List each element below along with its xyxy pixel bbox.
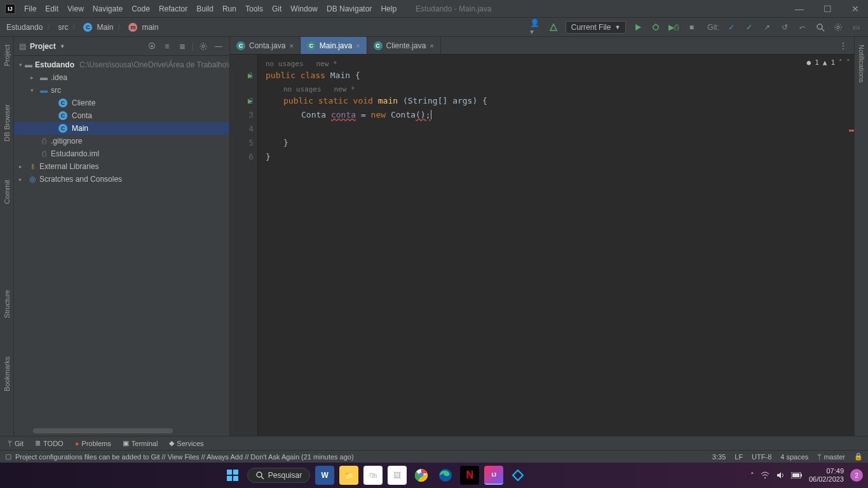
tray-wifi-icon[interactable] (761, 471, 770, 480)
crumb-src[interactable]: src (58, 23, 68, 32)
lock-icon[interactable]: 🔒 (854, 452, 863, 461)
menu-refactor[interactable]: Refactor (159, 4, 187, 13)
git-rollback-icon[interactable]: ⤺ (797, 22, 808, 33)
git-update-icon[interactable]: ✓ (726, 22, 737, 33)
menu-navigate[interactable]: Navigate (93, 4, 123, 13)
tree-iml[interactable]: ⎙ Estudando.iml (14, 147, 229, 160)
tray-volume-icon[interactable] (776, 471, 785, 480)
build-icon[interactable] (548, 22, 559, 33)
tray-notifications[interactable]: 2 (850, 469, 863, 482)
tab-main[interactable]: C Main.java × (301, 37, 367, 54)
git-branch[interactable]: ᛘ master (817, 453, 845, 461)
usage-hint[interactable]: no usages (266, 60, 304, 68)
git-history-icon[interactable]: ↺ (779, 22, 790, 33)
run-gutter-icon[interactable]: ▶ (248, 69, 253, 83)
bottom-todo[interactable]: ≣TODO (35, 439, 64, 447)
cwm-icon[interactable]: 👤▾ (530, 22, 541, 33)
bottom-services[interactable]: ◆Services (169, 439, 203, 447)
menu-dbnav[interactable]: DB Navigator (327, 4, 372, 13)
tab-cliente[interactable]: C Cliente.java × (367, 37, 441, 54)
close-icon[interactable]: × (430, 42, 433, 50)
project-hscrollbar[interactable] (33, 428, 173, 433)
tab-conta[interactable]: C Conta.java × (230, 37, 301, 54)
taskbar-netflix[interactable]: N (460, 466, 479, 485)
tree-file-cliente[interactable]: C Cliente (14, 97, 229, 109)
tree-file-main[interactable]: C Main (14, 122, 229, 135)
tool-structure[interactable]: Structure (3, 290, 11, 318)
crumb-project[interactable]: Estudando (6, 23, 43, 32)
crumb-class[interactable]: Main (97, 23, 113, 32)
taskbar-search[interactable]: Pesquisar (247, 468, 310, 483)
tree-idea[interactable]: ▸ ▬ .idea (14, 71, 229, 84)
menu-window[interactable]: Window (290, 4, 318, 13)
tree-ext-lib[interactable]: ▸ ⫴ External Libraries (14, 160, 229, 173)
tool-commit[interactable]: Commit (3, 180, 11, 204)
git-commit-icon[interactable]: ✓ (743, 22, 755, 33)
more-icon[interactable]: ⋮ (837, 40, 849, 51)
caret-position[interactable]: 3:35 (712, 453, 726, 461)
tool-db-browser[interactable]: DB Browser (3, 104, 11, 142)
close-icon[interactable]: × (356, 42, 360, 50)
taskbar-edge[interactable] (436, 466, 455, 485)
menu-git[interactable]: Git (272, 4, 281, 13)
run-gutter-icon[interactable]: ▶ (248, 94, 253, 108)
gear-icon[interactable] (198, 41, 209, 52)
bottom-problems[interactable]: ●Problems (75, 440, 111, 447)
line-gutter[interactable]: ▶1 ▶2 3 4 5 6 (230, 55, 258, 436)
locate-icon[interactable]: ⦿ (146, 41, 158, 52)
taskbar-word[interactable]: W (315, 466, 334, 485)
taskbar-chrome[interactable] (412, 466, 431, 485)
close-icon[interactable]: × (289, 42, 293, 50)
settings-icon[interactable] (832, 22, 844, 33)
tree-src[interactable]: ▾ ▬ src (14, 84, 229, 97)
menu-run[interactable]: Run (222, 4, 236, 13)
learn-icon[interactable]: ▭ (850, 22, 862, 33)
search-icon[interactable] (815, 22, 826, 33)
debug-button[interactable] (650, 22, 661, 33)
line-ending[interactable]: LF (735, 453, 743, 461)
stop-button[interactable]: ■ (686, 22, 697, 33)
tray-clock[interactable]: 07:49 06/02/2023 (809, 467, 844, 484)
menu-view[interactable]: View (67, 4, 84, 13)
tray-battery-icon[interactable] (791, 472, 803, 478)
tool-notifications[interactable]: Notifications (858, 44, 865, 83)
status-message[interactable]: Project configurations files can be adde… (15, 453, 354, 461)
taskbar-store[interactable]: 🛍 (363, 466, 383, 485)
status-message-icon[interactable]: ▢ (5, 452, 11, 461)
minimize-button[interactable]: — (792, 4, 807, 14)
editor-body[interactable]: ●1 ▲1 ˄ ˅ ▶1 ▶2 3 4 5 6 no usages (230, 55, 854, 436)
usage-hint[interactable]: no usages (283, 85, 322, 93)
start-button[interactable] (223, 466, 242, 485)
tool-project[interactable]: Project (3, 44, 11, 66)
menu-file[interactable]: File (24, 4, 36, 13)
taskbar-jetbrains[interactable] (508, 466, 527, 485)
tree-root[interactable]: ▾ ▬ Estudando C:\Users\sousa\OneDrive\Ár… (14, 58, 229, 71)
crumb-method[interactable]: main (142, 23, 158, 32)
tree-file-conta[interactable]: C Conta (14, 109, 229, 122)
menu-edit[interactable]: Edit (45, 4, 58, 13)
git-push-icon[interactable]: ↗ (761, 22, 773, 33)
new-hint[interactable]: new * (334, 85, 355, 93)
menu-tools[interactable]: Tools (245, 4, 263, 13)
close-button[interactable]: ✕ (848, 4, 863, 14)
bottom-terminal[interactable]: ▣Terminal (123, 439, 158, 447)
bottom-git[interactable]: ᛘGit (8, 440, 24, 447)
collapse-icon[interactable]: ≣ (177, 41, 188, 52)
menu-build[interactable]: Build (196, 4, 214, 13)
file-encoding[interactable]: UTF-8 (752, 453, 771, 461)
expand-icon[interactable]: ≡ (161, 41, 173, 52)
hide-icon[interactable]: — (213, 41, 224, 52)
tree-gitignore[interactable]: ⎙ .gitignore (14, 135, 229, 147)
taskbar-intellij[interactable]: IJ (484, 466, 503, 485)
tool-bookmarks[interactable]: Bookmarks (3, 356, 11, 391)
tray-chevron[interactable]: ˄ (750, 471, 754, 480)
menu-code[interactable]: Code (132, 4, 150, 13)
maximize-button[interactable]: ☐ (820, 4, 835, 14)
taskbar-photos[interactable]: 🖼 (388, 466, 407, 485)
new-hint[interactable]: new * (316, 60, 337, 68)
run-button[interactable] (632, 22, 644, 33)
chevron-down-icon[interactable]: ▼ (60, 43, 65, 50)
run-config-selector[interactable]: Current File ▼ (566, 21, 627, 34)
code-area[interactable]: no usages new * public class Main { no u… (258, 55, 854, 436)
tree-scratches[interactable]: ▸ ◎ Scratches and Consoles (14, 173, 229, 186)
